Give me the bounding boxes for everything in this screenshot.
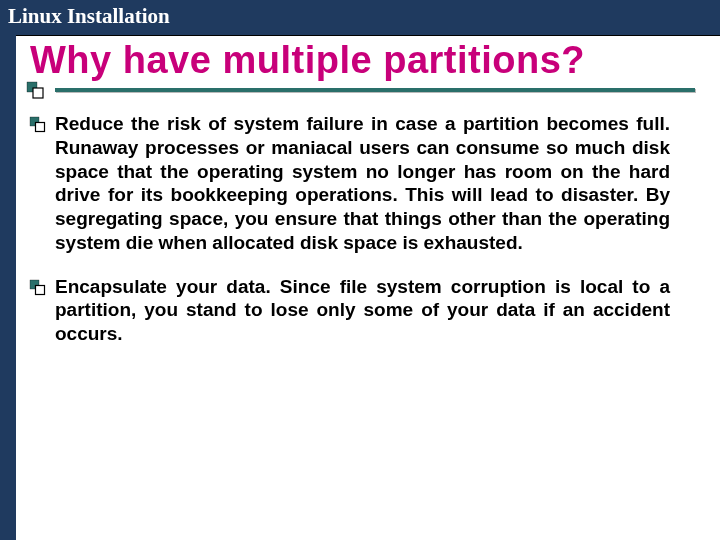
slide-content: Why have multiple partitions? Reduce the… [0,35,720,366]
square-bullet-icon [29,279,47,297]
title-underline [55,88,695,92]
bullet-text: Encapsulate your data. Since file system… [55,275,670,346]
square-bullet-icon [25,80,45,100]
list-item: Reduce the risk of system failure in cas… [55,112,670,255]
title-underline-region [0,88,720,92]
svg-rect-1 [33,88,43,98]
square-bullet-icon [29,116,47,134]
header-title: Linux Installation [8,4,170,28]
title-region: Why have multiple partitions? [0,35,720,82]
header-bar: Linux Installation [0,0,720,36]
slide-title: Why have multiple partitions? [30,35,720,82]
bullet-list: Reduce the risk of system failure in cas… [0,92,720,346]
list-item: Encapsulate your data. Since file system… [55,275,670,346]
svg-rect-3 [36,123,45,132]
bullet-text: Reduce the risk of system failure in cas… [55,112,670,255]
svg-rect-5 [36,285,45,294]
